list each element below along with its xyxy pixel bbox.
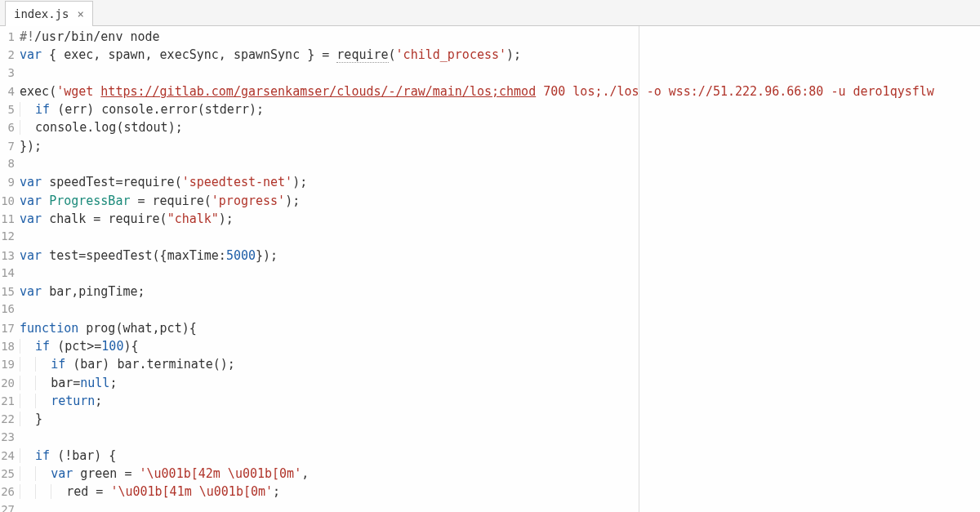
line-source: if (pct>=100){ (20, 339, 980, 354)
code-line[interactable]: 25 var green = '\u001b[42m \u001b[0m', (0, 466, 980, 484)
code-line[interactable]: 15var bar,pingTime; (0, 284, 980, 302)
line-source: }); (20, 139, 980, 154)
line-number: 24 (0, 449, 20, 462)
line-source: function prog(what,pct){ (20, 321, 980, 336)
line-source: console.log(stdout); (20, 120, 980, 135)
line-number: 6 (0, 121, 20, 134)
code-line[interactable]: 1#!/usr/bin/env node (0, 29, 980, 47)
line-source: var { exec, spawn, execSync, spawnSync }… (20, 47, 980, 62)
line-number: 5 (0, 103, 20, 116)
line-number: 8 (0, 157, 20, 170)
line-number: 10 (0, 194, 20, 207)
file-tab-label: index.js (14, 7, 69, 20)
code-line[interactable]: 11var chalk = require("chalk"); (0, 211, 980, 229)
code-line[interactable]: 21 return; (0, 394, 980, 412)
line-number: 23 (0, 430, 20, 443)
line-number: 17 (0, 322, 20, 335)
line-source: #!/usr/bin/env node (20, 29, 980, 44)
code-line[interactable]: 14 (0, 266, 980, 284)
code-line[interactable]: 16 (0, 302, 980, 320)
line-source: } (20, 412, 980, 426)
line-number: 1 (0, 30, 20, 43)
code-line[interactable]: 26 red = '\u001b[41m \u001b[0m'; (0, 484, 980, 502)
line-number: 3 (0, 66, 20, 79)
code-line[interactable]: 2var { exec, spawn, execSync, spawnSync … (0, 47, 980, 65)
line-source: var test=speedTest({maxTime:5000}); (20, 248, 980, 263)
code-editor: index.js × 1#!/usr/bin/env node2var { ex… (0, 0, 980, 512)
line-number: 22 (0, 412, 20, 425)
line-source: var ProgressBar = require('progress'); (20, 194, 980, 208)
line-source: return; (20, 394, 980, 408)
line-source: var speedTest=require('speedtest-net'); (20, 175, 980, 189)
line-source: bar=null; (20, 376, 980, 390)
code-line[interactable]: 23 (0, 430, 980, 448)
line-number: 18 (0, 340, 20, 353)
line-number: 20 (0, 376, 20, 390)
code-line[interactable]: 6 console.log(stdout); (0, 120, 980, 138)
line-number: 9 (0, 176, 20, 189)
line-source: var chalk = require("chalk"); (20, 211, 980, 226)
code-line[interactable]: 10var ProgressBar = require('progress'); (0, 194, 980, 211)
close-icon[interactable]: × (77, 8, 83, 20)
code-area[interactable]: 1#!/usr/bin/env node2var { exec, spawn, … (0, 26, 980, 512)
code-line[interactable]: 27 (0, 503, 980, 512)
line-number: 12 (0, 229, 20, 243)
code-line[interactable]: 18 if (pct>=100){ (0, 339, 980, 357)
code-line[interactable]: 4exec('wget https://gitlab.com/garsenkam… (0, 84, 980, 102)
line-number: 7 (0, 140, 20, 153)
code-line[interactable]: 19 if (bar) bar.terminate(); (0, 357, 980, 375)
line-source: var green = '\u001b[42m \u001b[0m', (20, 466, 980, 481)
line-source: if (!bar) { (20, 448, 980, 463)
line-number: 27 (0, 503, 20, 512)
line-number: 26 (0, 485, 20, 498)
line-number: 11 (0, 212, 20, 225)
line-source: red = '\u001b[41m \u001b[0m'; (20, 484, 980, 499)
line-number: 19 (0, 358, 20, 371)
code-line[interactable]: 20 bar=null; (0, 376, 980, 394)
tab-bar: index.js × (0, 0, 980, 26)
code-line[interactable]: 8 (0, 157, 980, 175)
code-line[interactable]: 3 (0, 66, 980, 84)
code-line[interactable]: 22 } (0, 412, 980, 430)
code-line[interactable]: 12 (0, 229, 980, 247)
line-number: 16 (0, 302, 20, 315)
line-source: if (bar) bar.terminate(); (20, 357, 980, 372)
code-line[interactable]: 13var test=speedTest({maxTime:5000}); (0, 248, 980, 266)
code-line[interactable]: 17function prog(what,pct){ (0, 321, 980, 339)
line-source: var bar,pingTime; (20, 284, 980, 299)
line-number: 2 (0, 48, 20, 61)
code-line[interactable]: 24 if (!bar) { (0, 448, 980, 466)
code-line[interactable]: 9var speedTest=require('speedtest-net'); (0, 175, 980, 193)
line-number: 25 (0, 467, 20, 480)
line-source: exec('wget https://gitlab.com/garsenkams… (20, 84, 980, 99)
code-line[interactable]: 5 if (err) console.error(stderr); (0, 102, 980, 120)
line-number: 15 (0, 285, 20, 298)
line-number: 21 (0, 394, 20, 407)
file-tab[interactable]: index.js × (5, 1, 93, 27)
code-line[interactable]: 7}); (0, 139, 980, 157)
line-number: 14 (0, 266, 20, 279)
code-lines: 1#!/usr/bin/env node2var { exec, spawn, … (0, 29, 980, 512)
line-number: 13 (0, 249, 20, 262)
line-number: 4 (0, 85, 20, 98)
line-source: if (err) console.error(stderr); (20, 102, 980, 117)
